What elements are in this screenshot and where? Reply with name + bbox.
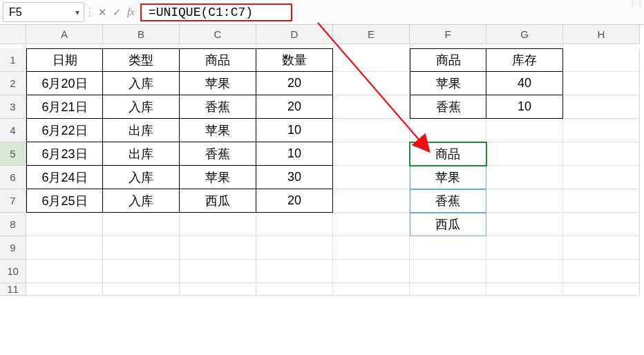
cell-F3[interactable]: 香蕉 xyxy=(410,95,486,119)
cell-E5[interactable] xyxy=(333,142,410,166)
cell-B10[interactable] xyxy=(103,260,180,283)
enter-icon[interactable]: ✓ xyxy=(113,6,122,19)
cell-G5[interactable] xyxy=(486,142,563,166)
cell-D6[interactable]: 30 xyxy=(256,166,333,189)
cell-F4[interactable] xyxy=(410,119,486,142)
cell-D11[interactable] xyxy=(256,283,333,296)
row-header-1[interactable]: 1 xyxy=(0,48,26,72)
row-header-5[interactable]: 5 xyxy=(0,142,26,166)
cell-C2[interactable]: 苹果 xyxy=(180,72,256,95)
name-box[interactable]: ▾ xyxy=(3,2,84,22)
cell-C9[interactable] xyxy=(180,236,256,260)
cell-A2[interactable]: 6月20日 xyxy=(26,72,103,95)
cell-G10[interactable] xyxy=(486,260,563,283)
fx-icon[interactable]: fx xyxy=(127,6,135,18)
cell-H1[interactable] xyxy=(563,48,640,72)
cell-A1[interactable]: 日期 xyxy=(26,48,103,72)
cell-B4[interactable]: 出库 xyxy=(103,119,180,142)
cell-F11[interactable] xyxy=(410,283,486,296)
cell-H5[interactable] xyxy=(563,142,640,166)
cell-H9[interactable] xyxy=(563,236,640,260)
cell-D9[interactable] xyxy=(256,236,333,260)
cell-B9[interactable] xyxy=(103,236,180,260)
cell-A6[interactable]: 6月24日 xyxy=(26,166,103,189)
row-header-10[interactable]: 10 xyxy=(0,260,26,283)
cell-E4[interactable] xyxy=(333,119,410,142)
row-header-4[interactable]: 4 xyxy=(0,119,26,142)
cell-A5[interactable]: 6月23日 xyxy=(26,142,103,166)
cell-D10[interactable] xyxy=(256,260,333,283)
cell-H8[interactable] xyxy=(563,213,640,236)
cell-A9[interactable] xyxy=(26,236,103,260)
cell-A4[interactable]: 6月22日 xyxy=(26,119,103,142)
cell-E6[interactable] xyxy=(333,166,410,189)
cell-D7[interactable]: 20 xyxy=(256,189,333,213)
cell-C4[interactable]: 苹果 xyxy=(180,119,256,142)
cell-B6[interactable]: 入库 xyxy=(103,166,180,189)
cell-B5[interactable]: 出库 xyxy=(103,142,180,166)
cell-H7[interactable] xyxy=(563,189,640,213)
cell-B3[interactable]: 入库 xyxy=(103,95,180,119)
cell-H6[interactable] xyxy=(563,166,640,189)
col-header-B[interactable]: B xyxy=(103,25,180,44)
cell-D5[interactable]: 10 xyxy=(256,142,333,166)
col-header-D[interactable]: D xyxy=(256,25,333,44)
cell-E2[interactable] xyxy=(333,72,410,95)
cell-A8[interactable] xyxy=(26,213,103,236)
cell-F8[interactable]: 西瓜 xyxy=(410,213,486,236)
spreadsheet-grid[interactable]: A B C D E F G H 1 日期 类型 商品 数量 商品 库存 2 6月… xyxy=(0,25,644,307)
row-header-2[interactable]: 2 xyxy=(0,72,26,95)
cell-F9[interactable] xyxy=(410,236,486,260)
cell-B8[interactable] xyxy=(103,213,180,236)
row-header-9[interactable]: 9 xyxy=(0,236,26,260)
cell-E11[interactable] xyxy=(333,283,410,296)
cell-C6[interactable]: 苹果 xyxy=(180,166,256,189)
cell-C10[interactable] xyxy=(180,260,256,283)
cell-G6[interactable] xyxy=(486,166,563,189)
row-header-3[interactable]: 3 xyxy=(0,95,26,119)
col-header-A[interactable]: A xyxy=(26,25,103,44)
cell-A7[interactable]: 6月25日 xyxy=(26,189,103,213)
col-header-C[interactable]: C xyxy=(180,25,256,44)
row-header-8[interactable]: 8 xyxy=(0,213,26,236)
formula-bar-expand-icon[interactable]: ⋮⋮ xyxy=(626,0,644,24)
select-all-corner[interactable] xyxy=(0,25,26,44)
cell-D3[interactable]: 20 xyxy=(256,95,333,119)
cell-F6[interactable]: 苹果 xyxy=(410,166,486,189)
cell-D1[interactable]: 数量 xyxy=(256,48,333,72)
cell-G2[interactable]: 40 xyxy=(486,72,563,95)
cell-A10[interactable] xyxy=(26,260,103,283)
cell-B1[interactable]: 类型 xyxy=(103,48,180,72)
cell-F2[interactable]: 苹果 xyxy=(410,72,486,95)
cell-C3[interactable]: 香蕉 xyxy=(180,95,256,119)
chevron-down-icon[interactable]: ▾ xyxy=(71,8,84,17)
cell-G3[interactable]: 10 xyxy=(486,95,563,119)
cell-H10[interactable] xyxy=(563,260,640,283)
name-box-input[interactable] xyxy=(3,6,71,19)
cancel-icon[interactable]: ✕ xyxy=(98,6,107,19)
cell-B11[interactable] xyxy=(103,283,180,296)
col-header-H[interactable]: H xyxy=(563,25,640,44)
cell-E8[interactable] xyxy=(333,213,410,236)
cell-H11[interactable] xyxy=(563,283,640,296)
cell-B2[interactable]: 入库 xyxy=(103,72,180,95)
cell-H2[interactable] xyxy=(563,72,640,95)
col-header-E[interactable]: E xyxy=(333,25,410,44)
cell-E1[interactable] xyxy=(333,48,410,72)
cell-G8[interactable] xyxy=(486,213,563,236)
row-header-6[interactable]: 6 xyxy=(0,166,26,189)
cell-C11[interactable] xyxy=(180,283,256,296)
cell-G9[interactable] xyxy=(486,236,563,260)
cell-F7[interactable]: 香蕉 xyxy=(410,189,486,213)
cell-H3[interactable] xyxy=(563,95,640,119)
cell-E7[interactable] xyxy=(333,189,410,213)
cell-C8[interactable] xyxy=(180,213,256,236)
cell-D4[interactable]: 10 xyxy=(256,119,333,142)
cell-G4[interactable] xyxy=(486,119,563,142)
cell-H4[interactable] xyxy=(563,119,640,142)
formula-input[interactable]: =UNIQUE(C1:C7) xyxy=(140,3,292,21)
cell-A11[interactable] xyxy=(26,283,103,296)
cell-G1[interactable]: 库存 xyxy=(486,48,563,72)
cell-F10[interactable] xyxy=(410,260,486,283)
row-header-7[interactable]: 7 xyxy=(0,189,26,213)
